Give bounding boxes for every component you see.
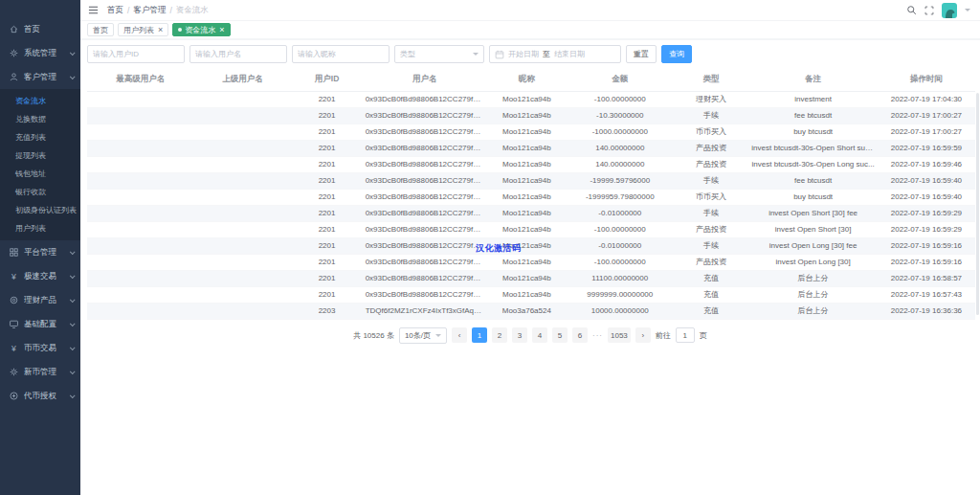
- sidebar-item-new-coin-management[interactable]: 新币管理: [0, 360, 80, 384]
- table-scrollbar[interactable]: [976, 93, 979, 315]
- breadcrumb-item-customer-management[interactable]: 客户管理: [133, 5, 166, 16]
- breadcrumb-item-home[interactable]: 首页: [107, 5, 123, 16]
- table-cell: Moo121ca94b: [487, 124, 568, 140]
- sidebar-subitem-wallet-address[interactable]: 钱包地址: [0, 165, 80, 183]
- sidebar-subitem-fund-flow[interactable]: 资金流水: [0, 92, 80, 110]
- avatar[interactable]: [942, 3, 957, 18]
- sidebar-subitem-user-list[interactable]: 用户列表: [0, 219, 80, 237]
- sidebar-subitem-withdraw-list[interactable]: 提现列表: [0, 146, 80, 165]
- tab-fund-flow[interactable]: 资金流水×: [172, 23, 230, 36]
- table-cell: invest Open Long [30] fee: [748, 237, 878, 254]
- table-row: 22010x93DcB0fBd98806B12CC279f5d...Moo121…: [87, 172, 975, 189]
- table-cell: [87, 107, 193, 124]
- table-cell: -100.00000000: [567, 221, 673, 237]
- currency-icon: ¥: [9, 343, 19, 353]
- table-cell: investment: [748, 91, 878, 107]
- prev-page-button[interactable]: ‹: [452, 327, 467, 343]
- reset-button[interactable]: 重置: [626, 45, 657, 63]
- table-cell: [87, 205, 193, 221]
- table-cell: 2022-07-19 16:59:59: [878, 140, 975, 156]
- page-button-5[interactable]: 5: [552, 327, 568, 343]
- page-button-6[interactable]: 6: [572, 327, 588, 343]
- sidebar-item-label: 首页: [24, 24, 74, 35]
- table-cell: [87, 254, 193, 270]
- chevron-down-icon[interactable]: [965, 9, 970, 11]
- sidebar-item-customer-management[interactable]: 客户管理: [0, 65, 80, 89]
- menu-toggle-icon[interactable]: [88, 5, 99, 15]
- nickname-input[interactable]: [292, 45, 390, 63]
- table-cell: 2201: [291, 91, 362, 107]
- table-cell: -19999.59796000: [567, 172, 673, 189]
- table-cell: 手续: [673, 237, 748, 254]
- table-cell: [87, 91, 193, 107]
- sidebar-item-token-authorization[interactable]: 代币授权: [0, 384, 80, 408]
- fullscreen-icon[interactable]: [924, 6, 934, 15]
- sidebar-item-label: 币币交易: [24, 343, 68, 354]
- username-input[interactable]: [189, 45, 287, 63]
- topbar: 首页 / 客户管理 / 资金流水: [80, 0, 980, 21]
- table-cell: 2201: [291, 286, 362, 303]
- table-cell: [87, 124, 193, 140]
- table-row: 22010x93DcB0fBd98806B12CC279f5d...Moo121…: [87, 221, 975, 237]
- table-cell: Moo121ca94b: [487, 189, 568, 205]
- table-cell: 后台上分: [748, 286, 878, 303]
- table-cell: 2201: [291, 140, 362, 156]
- table-cell: [87, 286, 193, 303]
- date-separator: 至: [543, 49, 550, 59]
- sidebar-subitem-exchange-data[interactable]: 兑换数据: [0, 110, 80, 128]
- column-header: 备注: [748, 69, 878, 91]
- sidebar-item-basic-config[interactable]: 基础配置: [0, 312, 80, 336]
- sidebar-subitem-primary-kyc-list[interactable]: 初级身份认证列表: [0, 201, 80, 219]
- table-cell: -1999959.79800000: [567, 189, 673, 205]
- chevron-down-icon: [70, 249, 76, 255]
- type-select-placeholder: 类型: [400, 49, 415, 59]
- page-size-select[interactable]: 10条/页: [399, 327, 447, 344]
- page-button-1[interactable]: 1: [472, 327, 487, 343]
- main-area: 首页 / 客户管理 / 资金流水 首页用户列表×资金流水×: [80, 0, 980, 495]
- sidebar-item-label: 代币授权: [24, 391, 68, 402]
- goto-prefix-label: 前往: [656, 330, 671, 341]
- table-cell: 2022-07-19 16:59:29: [878, 221, 975, 237]
- table-cell: [193, 172, 291, 189]
- close-icon[interactable]: ×: [219, 26, 224, 34]
- table-cell: buy btcusdt: [748, 124, 878, 140]
- currency-icon: ¥: [9, 271, 19, 281]
- table-cell: 2022-07-19 16:59:16: [878, 254, 975, 270]
- next-page-button[interactable]: ›: [635, 327, 651, 343]
- table-row: 22010x93DcB0fBd98806B12CC279f5d...Moo121…: [87, 237, 975, 254]
- sidebar-item-coin-trade[interactable]: ¥币币交易: [0, 336, 80, 360]
- page-button-2[interactable]: 2: [492, 327, 507, 343]
- page-size-label: 10条/页: [405, 330, 431, 341]
- sidebar-item-wealth-products[interactable]: 理财产品: [0, 288, 80, 312]
- search-icon[interactable]: [906, 5, 917, 15]
- tab-home[interactable]: 首页: [87, 23, 114, 36]
- table-cell: 手续: [673, 172, 748, 189]
- table-row: 22010x93DcB0fBd98806B12CC279f5d...Moo121…: [87, 254, 975, 270]
- sidebar-item-label: 新币管理: [24, 367, 68, 378]
- table-cell: 0x93DcB0fBd98806B12CC279f5d...: [363, 221, 487, 237]
- column-header: 昵称: [487, 69, 568, 91]
- sidebar-subitem-bank-collection[interactable]: 银行收款: [0, 183, 80, 201]
- table-cell: [193, 91, 291, 107]
- sidebar-item-system-management[interactable]: 系统管理: [0, 41, 80, 65]
- table-cell: 币币买入: [673, 124, 748, 140]
- page-button-4[interactable]: 4: [532, 327, 547, 343]
- page-button-3[interactable]: 3: [512, 327, 527, 343]
- type-select[interactable]: 类型: [394, 45, 484, 63]
- pagination-total: 共 10526 条: [353, 330, 394, 341]
- sidebar-item-fast-trade[interactable]: ¥极速交易: [0, 264, 80, 288]
- close-icon[interactable]: ×: [158, 26, 163, 34]
- date-range-picker[interactable]: 开始日期 至 结束日期: [489, 45, 621, 63]
- tab-user-list[interactable]: 用户列表×: [118, 23, 168, 36]
- user-id-input[interactable]: [87, 45, 185, 63]
- table-cell: [87, 237, 193, 254]
- table-row: 22010x93DcB0fBd98806B12CC279f5d...Moo121…: [87, 286, 975, 303]
- page-button-1053[interactable]: 1053: [608, 327, 631, 343]
- home-icon: [9, 24, 19, 34]
- sidebar-item-platform-management[interactable]: 平台管理: [0, 240, 80, 264]
- sidebar-menu: 首页系统管理客户管理资金流水兑换数据充值列表提现列表钱包地址银行收款初级身份认证…: [0, 17, 80, 408]
- search-button[interactable]: 查询: [661, 45, 692, 63]
- sidebar-subitem-deposit-list[interactable]: 充值列表: [0, 128, 80, 146]
- sidebar-item-home[interactable]: 首页: [0, 17, 80, 41]
- goto-page-input[interactable]: [676, 327, 695, 343]
